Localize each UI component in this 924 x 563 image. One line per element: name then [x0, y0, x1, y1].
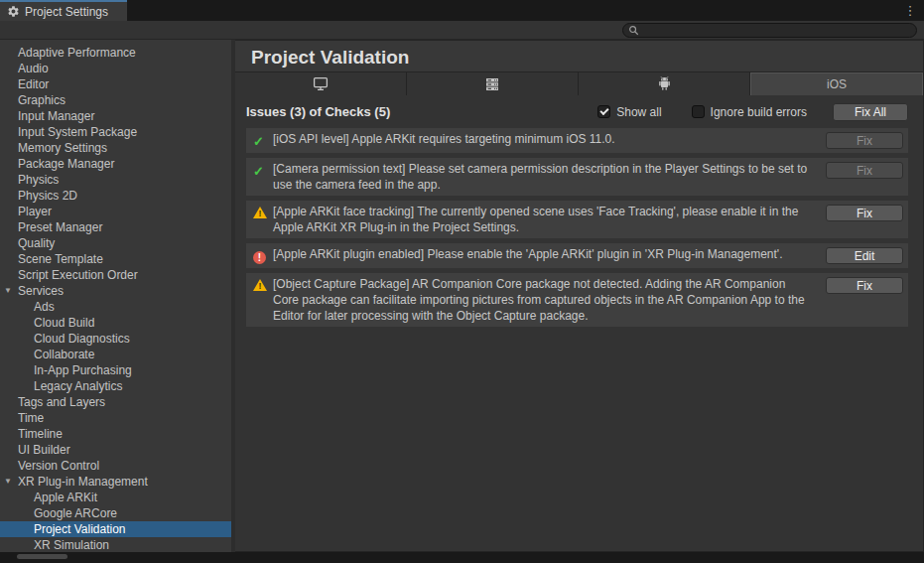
android-icon [657, 76, 672, 91]
sidebar-item-timeline[interactable]: Timeline [0, 426, 231, 442]
ignore-build-errors-control: Ignore build errors [692, 105, 807, 119]
validation-content: Issues (3) of Checks (5) Show all Ignore… [235, 95, 923, 551]
fix-button[interactable]: Fix [826, 162, 903, 179]
sidebar-item-xr-plug-in-management[interactable]: ▼ XR Plug-in Management [0, 474, 231, 490]
search-input[interactable] [642, 24, 911, 36]
sidebar-item-script-execution-order[interactable]: Script Execution Order [0, 267, 231, 283]
issue-row-object-capture: ! [Object Capture Package] AR Companion … [246, 273, 908, 327]
edit-button[interactable]: Edit [826, 247, 903, 264]
bottom-strip [0, 552, 924, 563]
success-check-icon: ✓ [253, 164, 264, 179]
sidebar-item-cloud-build[interactable]: Cloud Build [0, 315, 231, 331]
sidebar-item-adaptive-performance[interactable]: Adaptive Performance [0, 45, 231, 61]
fix-button[interactable]: Fix [826, 205, 903, 221]
tab-project-settings[interactable]: Project Settings [0, 0, 127, 21]
issue-status-cell: ! [253, 204, 273, 222]
success-check-icon: ✓ [253, 134, 264, 149]
sidebar-item-services[interactable]: ▼ Services [0, 283, 231, 299]
sidebar-item-package-manager[interactable]: Package Manager [0, 156, 231, 172]
issue-row-camera-permission: ✓ [Camera permission text] Please set ca… [246, 158, 908, 196]
sidebar-item-memory-settings[interactable]: Memory Settings [0, 140, 231, 156]
sidebar-item-apple-arkit[interactable]: Apple ARKit [0, 490, 231, 505]
ignore-build-errors-checkbox[interactable] [692, 105, 705, 118]
desktop-monitor-icon [313, 76, 329, 91]
issue-text: [iOS API level] Apple ARKit requires tar… [273, 131, 826, 147]
sidebar-item-xr-simulation[interactable]: XR Simulation [0, 537, 231, 552]
sidebar-item-quality[interactable]: Quality [0, 235, 231, 251]
issue-status-cell: ✓ [253, 161, 273, 180]
foldout-open-icon[interactable]: ▼ [4, 283, 12, 299]
issue-text: [Apple ARKit plugin enabled] Please enab… [273, 246, 826, 262]
foldout-open-icon[interactable]: ▼ [4, 474, 12, 490]
issues-list: ✓ [iOS API level] Apple ARKit requires t… [246, 128, 908, 327]
sidebar-item-player[interactable]: Player [0, 204, 231, 219]
sidebar-item-editor[interactable]: Editor [0, 76, 231, 92]
tab-platform-dedicated-server[interactable] [407, 72, 578, 95]
warning-icon: ! [253, 207, 267, 218]
gear-icon [7, 5, 20, 18]
issue-text: [Camera permission text] Please set came… [273, 161, 826, 193]
kebab-menu-icon[interactable]: ⋮ [896, 0, 924, 21]
issue-status-cell: ! [253, 246, 273, 265]
search-field[interactable] [622, 23, 917, 38]
tab-platform-ios[interactable]: iOS [750, 72, 923, 95]
fix-all-button[interactable]: Fix All [833, 103, 908, 121]
sidebar-item-project-validation[interactable]: Project Validation [0, 521, 231, 537]
sidebar-item-preset-manager[interactable]: Preset Manager [0, 219, 231, 235]
ignore-build-errors-label: Ignore build errors [711, 105, 807, 119]
sidebar-item-legacy-analytics[interactable]: Legacy Analytics [0, 378, 231, 394]
sidebar-item-graphics[interactable]: Graphics [0, 92, 231, 108]
sidebar-item-time[interactable]: Time [0, 410, 231, 426]
window-tab-title: Project Settings [25, 5, 108, 19]
tab-platform-android[interactable] [579, 72, 749, 95]
project-settings-window: Project Settings ⋮ Adaptive Performance … [0, 0, 924, 563]
sidebar-item-google-arcore[interactable]: Google ARCore [0, 505, 231, 521]
fix-button[interactable]: Fix [826, 132, 903, 149]
sidebar-item-input-system-package[interactable]: Input System Package [0, 124, 231, 140]
issue-status-cell: ✓ [253, 131, 273, 150]
show-all-checkbox[interactable] [597, 105, 610, 118]
tab-platform-desktop[interactable] [235, 72, 406, 95]
warning-icon: ! [253, 279, 267, 291]
issue-text: [Apple ARKit face tracking] The currentl… [273, 204, 826, 235]
sidebar-item-in-app-purchasing[interactable]: In-App Purchasing [0, 362, 231, 378]
issue-row-ios-api-level: ✓ [iOS API level] Apple ARKit requires t… [246, 128, 908, 153]
show-all-label: Show all [616, 105, 661, 119]
sidebar-item-ads[interactable]: Ads [0, 299, 231, 315]
settings-sidebar: Adaptive Performance Audio Editor Graphi… [0, 40, 231, 552]
sidebar-item-tags-and-layers[interactable]: Tags and Layers [0, 394, 231, 410]
dedicated-server-icon [484, 77, 500, 91]
sidebar-item-ui-builder[interactable]: UI Builder [0, 442, 231, 458]
issue-row-face-tracking: ! [Apple ARKit face tracking] The curren… [246, 201, 908, 238]
fix-button[interactable]: Fix [826, 277, 903, 294]
sidebar-item-physics[interactable]: Physics [0, 172, 231, 188]
show-all-control: Show all [597, 105, 661, 119]
sidebar-item-physics-2d[interactable]: Physics 2D [0, 188, 231, 204]
sidebar-item-collaborate[interactable]: Collaborate [0, 347, 231, 362]
issue-row-plugin-enabled: ! [Apple ARKit plugin enabled] Please en… [246, 243, 908, 268]
sidebar-item-version-control[interactable]: Version Control [0, 458, 231, 474]
sidebar-item-scene-template[interactable]: Scene Template [0, 251, 231, 267]
horizontal-scrollbar-thumb[interactable] [17, 554, 67, 559]
titlebar: Project Settings ⋮ [0, 0, 924, 21]
body: Adaptive Performance Audio Editor Graphi… [0, 40, 924, 552]
titlebar-spacer [127, 0, 896, 21]
toolbar [0, 21, 924, 40]
error-icon: ! [253, 251, 266, 264]
sidebar-item-label: XR Plug-in Management [18, 475, 148, 489]
issues-title: Issues (3) of Checks (5) [246, 104, 597, 119]
sidebar-item-cloud-diagnostics[interactable]: Cloud Diagnostics [0, 331, 231, 347]
main-panel: Project Validation iOS Issues (3) of Che… [235, 40, 924, 552]
sidebar-item-label: Services [18, 284, 64, 298]
issue-status-cell: ! [253, 276, 273, 295]
search-icon [628, 25, 639, 36]
issue-text: [Object Capture Package] AR Companion Co… [273, 276, 826, 324]
issues-header: Issues (3) of Checks (5) Show all Ignore… [235, 95, 923, 128]
sidebar-item-audio[interactable]: Audio [0, 61, 231, 76]
page-title: Project Validation [235, 41, 923, 71]
platform-tab-bar: iOS [235, 71, 923, 95]
sidebar-item-input-manager[interactable]: Input Manager [0, 108, 231, 124]
